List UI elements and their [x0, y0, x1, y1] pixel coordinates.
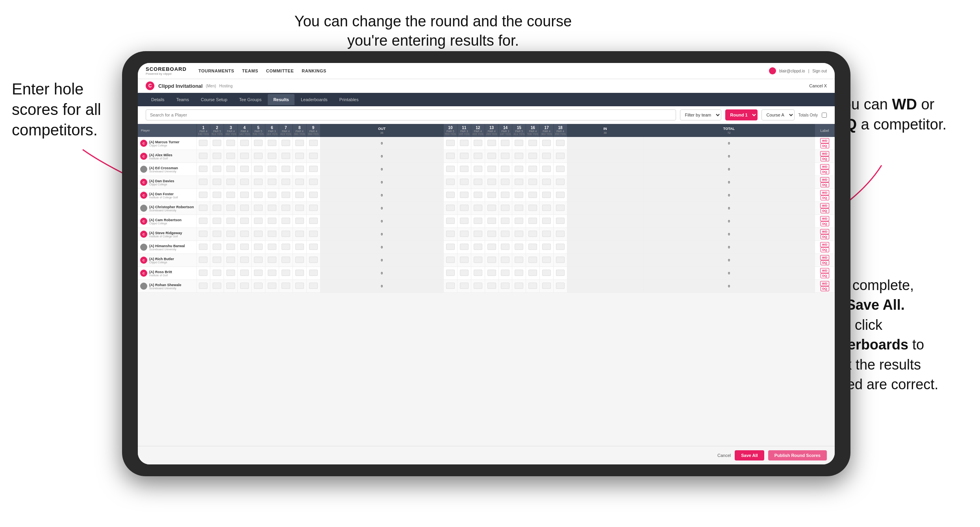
hole-14-score[interactable] [498, 163, 512, 176]
score-box[interactable] [528, 231, 537, 237]
score-box[interactable] [515, 218, 523, 224]
hole-6-score[interactable] [265, 241, 279, 254]
hole-13-score[interactable] [485, 241, 498, 254]
score-box[interactable] [446, 140, 455, 146]
score-box[interactable] [282, 231, 290, 237]
hole-10-score[interactable] [443, 280, 457, 293]
score-box[interactable] [474, 153, 482, 159]
score-box[interactable] [199, 192, 207, 198]
wd-button[interactable]: WD [820, 164, 829, 169]
hole-3-score[interactable] [224, 137, 238, 150]
hole-5-score[interactable] [252, 254, 265, 267]
hole-4-score[interactable] [238, 150, 252, 163]
hole-5-score[interactable] [252, 228, 265, 241]
hole-11-score[interactable] [457, 137, 471, 150]
score-box[interactable] [199, 244, 207, 250]
hole-5-score[interactable] [252, 137, 265, 150]
score-box[interactable] [226, 231, 235, 237]
hole-5-score[interactable] [252, 150, 265, 163]
score-box[interactable] [295, 179, 304, 185]
score-box[interactable] [226, 192, 235, 198]
score-box[interactable] [199, 179, 207, 185]
score-box[interactable] [515, 244, 523, 250]
hole-15-score[interactable] [512, 241, 526, 254]
hole-7-score[interactable] [279, 280, 293, 293]
hole-17-score[interactable] [540, 137, 554, 150]
score-box[interactable] [213, 231, 221, 237]
score-box[interactable] [542, 153, 551, 159]
score-box[interactable] [268, 205, 276, 211]
wd-button[interactable]: WD [820, 281, 829, 286]
hole-6-score[interactable] [265, 189, 279, 202]
score-box[interactable] [295, 244, 304, 250]
score-box[interactable] [474, 192, 482, 198]
hole-16-score[interactable] [526, 254, 540, 267]
score-box[interactable] [515, 205, 523, 211]
score-box[interactable] [460, 257, 469, 263]
score-box[interactable] [226, 244, 235, 250]
hole-4-score[interactable] [238, 215, 252, 228]
score-box[interactable] [556, 140, 565, 146]
hole-13-score[interactable] [485, 176, 498, 189]
hole-7-score[interactable] [279, 137, 293, 150]
hole-18-score[interactable] [554, 280, 567, 293]
hole-2-score[interactable] [210, 215, 224, 228]
score-box[interactable] [240, 192, 249, 198]
hole-2-score[interactable] [210, 202, 224, 215]
wd-button[interactable]: WD [820, 151, 829, 156]
hole-4-score[interactable] [238, 163, 252, 176]
score-box[interactable] [295, 257, 304, 263]
hole-17-score[interactable] [540, 241, 554, 254]
score-box[interactable] [556, 218, 565, 224]
score-box[interactable] [282, 218, 290, 224]
hole-18-score[interactable] [554, 267, 567, 280]
hole-7-score[interactable] [279, 215, 293, 228]
score-box[interactable] [501, 231, 509, 237]
hole-15-score[interactable] [512, 150, 526, 163]
hole-4-score[interactable] [238, 267, 252, 280]
score-box[interactable] [556, 270, 565, 276]
hole-18-score[interactable] [554, 163, 567, 176]
hole-1-score[interactable] [196, 228, 210, 241]
score-box[interactable] [254, 205, 263, 211]
dq-button[interactable]: DQ [821, 247, 829, 252]
hole-6-score[interactable] [265, 176, 279, 189]
hole-6-score[interactable] [265, 215, 279, 228]
hole-7-score[interactable] [279, 176, 293, 189]
score-box[interactable] [213, 140, 221, 146]
score-box[interactable] [309, 192, 318, 198]
score-box[interactable] [501, 166, 509, 172]
score-box[interactable] [528, 283, 537, 289]
hole-4-score[interactable] [238, 280, 252, 293]
score-box[interactable] [556, 192, 565, 198]
score-box[interactable] [282, 244, 290, 250]
score-box[interactable] [501, 257, 509, 263]
hole-10-score[interactable] [443, 267, 457, 280]
hole-4-score[interactable] [238, 176, 252, 189]
dq-button[interactable]: DQ [821, 143, 829, 148]
score-box[interactable] [309, 231, 318, 237]
score-box[interactable] [501, 153, 509, 159]
hole-16-score[interactable] [526, 241, 540, 254]
score-box[interactable] [213, 283, 221, 289]
hole-1-score[interactable] [196, 241, 210, 254]
hole-2-score[interactable] [210, 241, 224, 254]
dq-button[interactable]: DQ [821, 260, 829, 265]
score-box[interactable] [268, 244, 276, 250]
hole-10-score[interactable] [443, 254, 457, 267]
hole-18-score[interactable] [554, 202, 567, 215]
tab-teams[interactable]: Teams [171, 94, 195, 105]
hole-3-score[interactable] [224, 228, 238, 241]
score-box[interactable] [199, 218, 207, 224]
score-box[interactable] [528, 218, 537, 224]
score-box[interactable] [460, 166, 469, 172]
wd-button[interactable]: WD [820, 229, 829, 234]
score-box[interactable] [542, 205, 551, 211]
hole-17-score[interactable] [540, 202, 554, 215]
hole-17-score[interactable] [540, 150, 554, 163]
score-box[interactable] [295, 153, 304, 159]
score-box[interactable] [240, 166, 249, 172]
hole-12-score[interactable] [471, 228, 485, 241]
score-box[interactable] [282, 179, 290, 185]
hole-16-score[interactable] [526, 137, 540, 150]
